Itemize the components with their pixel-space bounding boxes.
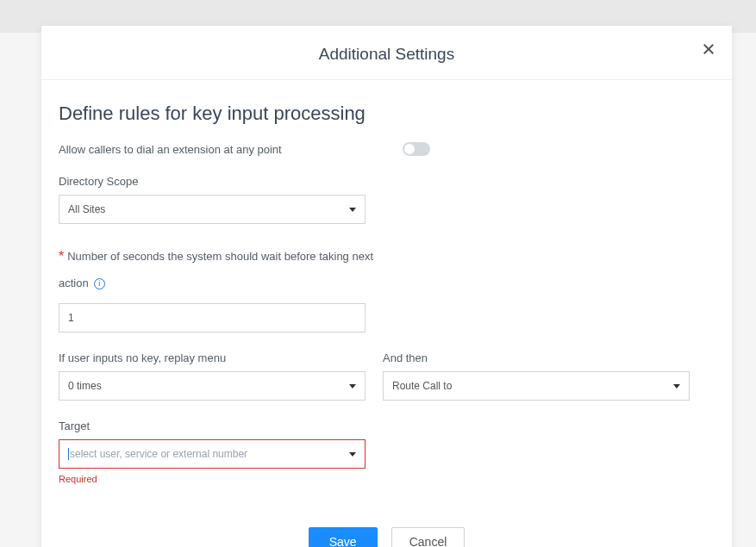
directory-scope-value: All Sites [68, 203, 105, 215]
target-placeholder: select user, service or external number [68, 448, 247, 460]
replay-andthen-row: If user inputs no key, replay menu 0 tim… [59, 351, 715, 401]
chevron-down-icon [349, 452, 356, 457]
wait-seconds-label-1: Number of seconds the system should wait… [67, 246, 373, 268]
modal-header: Additional Settings [41, 26, 732, 80]
chevron-down-icon [349, 384, 356, 388]
wait-seconds-value: 1 [68, 312, 74, 324]
directory-scope-group: Directory Scope All Sites [59, 175, 715, 224]
and-then-value: Route Call to [392, 380, 452, 392]
section-title: Define rules for key input processing [59, 103, 715, 125]
close-icon[interactable] [701, 41, 716, 60]
allow-callers-label: Allow callers to dial an extension at an… [59, 143, 282, 156]
info-icon[interactable]: i [94, 278, 105, 289]
chevron-down-icon [349, 208, 356, 212]
chevron-down-icon [673, 384, 680, 388]
wait-seconds-label-2: action [59, 272, 89, 295]
save-button-label: Save [329, 535, 357, 547]
toggle-knob [404, 144, 415, 154]
replay-menu-select[interactable]: 0 times [59, 371, 366, 401]
allow-callers-row: Allow callers to dial an extension at an… [59, 142, 715, 156]
additional-settings-modal: Additional Settings Define rules for key… [41, 26, 732, 547]
wait-seconds-input[interactable]: 1 [59, 303, 366, 333]
replay-menu-label: If user inputs no key, replay menu [59, 351, 366, 364]
modal-title: Additional Settings [59, 45, 715, 64]
required-asterisk: * [59, 243, 64, 270]
save-button[interactable]: Save [309, 527, 378, 547]
allow-callers-toggle[interactable] [403, 142, 430, 156]
target-error-text: Required [59, 474, 715, 484]
wait-seconds-group: * Number of seconds the system should wa… [59, 243, 715, 333]
directory-scope-select[interactable]: All Sites [59, 195, 366, 224]
target-group: Target select user, service or external … [59, 420, 715, 484]
cancel-button[interactable]: Cancel [391, 527, 465, 547]
replay-menu-value: 0 times [68, 380, 102, 392]
and-then-select[interactable]: Route Call to [383, 371, 690, 401]
directory-scope-label: Directory Scope [59, 175, 715, 188]
modal-footer: Save Cancel [41, 512, 732, 547]
and-then-label: And then [383, 351, 690, 364]
cancel-button-label: Cancel [409, 535, 447, 547]
and-then-group: And then Route Call to [383, 351, 690, 401]
wait-seconds-label-row: * Number of seconds the system should wa… [59, 243, 386, 295]
replay-menu-group: If user inputs no key, replay menu 0 tim… [59, 351, 366, 401]
target-select[interactable]: select user, service or external number [59, 439, 366, 469]
modal-body: Define rules for key input processing Al… [41, 80, 732, 512]
target-label: Target [59, 420, 715, 432]
